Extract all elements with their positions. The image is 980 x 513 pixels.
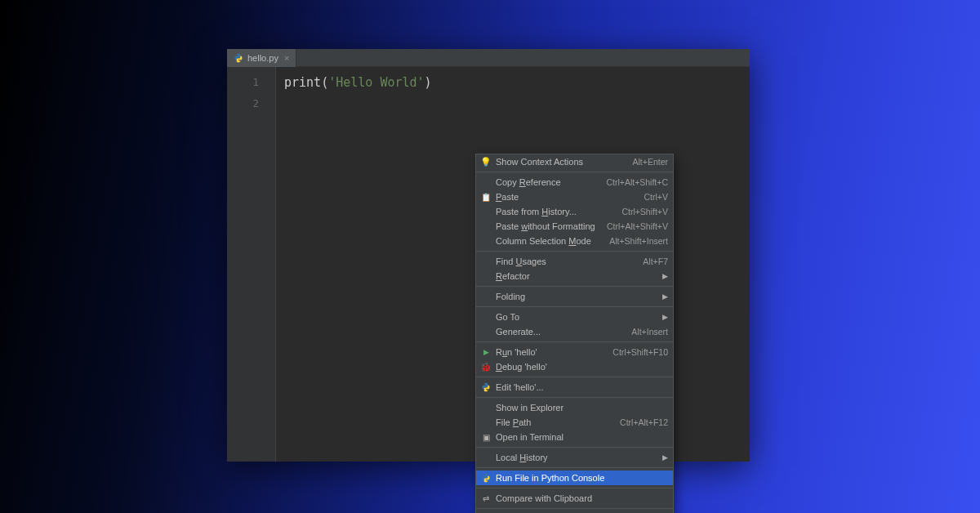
menu-item-debug-hello[interactable]: 🐞Debug 'hello' [476, 359, 673, 374]
menu-item-label: Find Usages [496, 256, 636, 266]
spacer [479, 235, 492, 247]
submenu-arrow-icon: ▶ [662, 272, 668, 280]
menu-item-go-to[interactable]: Go To▶ [476, 310, 673, 324]
line-number: 2 [227, 93, 275, 114]
menu-item-label: Debug 'hello' [496, 362, 668, 372]
menu-separator [476, 251, 673, 252]
line-number-gutter: 1 2 [227, 67, 276, 462]
tab-bar: hello.py × [227, 49, 750, 67]
menu-separator [476, 467, 673, 468]
spacer [479, 402, 492, 413]
menu-item-open-in-terminal[interactable]: ▣Open in Terminal [476, 430, 673, 444]
menu-item-label: Run 'hello' [496, 347, 606, 357]
menu-shortcut: Alt+Insert [631, 327, 668, 337]
menu-separator [476, 341, 673, 342]
menu-item-label: Generate... [496, 327, 625, 337]
menu-item-folding[interactable]: Folding▶ [476, 289, 673, 304]
terminal-icon: ▣ [479, 431, 492, 443]
menu-item-edit-hello[interactable]: Edit 'hello'... [476, 380, 673, 395]
spacer [479, 270, 492, 282]
menu-item-show-in-explorer[interactable]: Show in Explorer [476, 400, 673, 415]
menu-shortcut: Ctrl+Alt+Shift+C [606, 177, 668, 187]
menu-separator [476, 508, 673, 509]
spacer [479, 452, 492, 463]
menu-item-label: File Path [496, 417, 613, 427]
menu-separator [476, 286, 673, 287]
menu-item-find-usages[interactable]: Find UsagesAlt+F7 [476, 254, 673, 269]
menu-item-label: Edit 'hello'... [496, 382, 668, 392]
menu-shortcut: Ctrl+V [644, 192, 668, 202]
menu-shortcut: Ctrl+Alt+Shift+V [607, 221, 668, 231]
context-menu: 💡Show Context ActionsAlt+EnterCopy Refer… [475, 154, 674, 513]
menu-separator [476, 377, 673, 377]
code-token-string: 'Hello World' [328, 75, 424, 90]
spacer [479, 291, 492, 302]
tab-close-icon[interactable]: × [284, 53, 289, 63]
submenu-arrow-icon: ▶ [662, 292, 668, 301]
spacer [479, 326, 492, 337]
menu-item-compare-with-clipboard[interactable]: ⇄Compare with Clipboard [476, 491, 673, 506]
python-icon [479, 472, 492, 484]
menu-item-label: Local History [496, 453, 662, 462]
code-token-paren: ) [425, 75, 432, 90]
code-token-func: print [284, 75, 321, 90]
menu-item-label: Run File in Python Console [496, 473, 668, 483]
submenu-arrow-icon: ▶ [662, 313, 668, 321]
code-line: print('Hello World') [284, 72, 750, 93]
menu-shortcut: Alt+F7 [643, 256, 668, 266]
spacer [479, 417, 492, 428]
code-token-paren: ( [321, 75, 328, 90]
menu-separator [476, 172, 673, 172]
menu-item-label: Copy Reference [496, 177, 599, 187]
debug-icon: 🐞 [479, 361, 492, 372]
menu-item-label: Show Context Actions [496, 157, 626, 167]
menu-separator [476, 447, 673, 448]
menu-shortcut: Ctrl+Alt+F12 [620, 417, 668, 427]
spacer [479, 221, 492, 232]
menu-shortcut: Alt+Shift+Insert [609, 236, 668, 246]
code-line [284, 93, 750, 114]
run-icon: ▶ [479, 346, 492, 358]
menu-separator [476, 488, 673, 488]
menu-item-label: Column Selection Mode [496, 236, 603, 246]
menu-shortcut: Ctrl+Shift+V [621, 207, 668, 216]
menu-item-label: Folding [496, 292, 662, 301]
menu-separator [476, 306, 673, 307]
spacer [479, 176, 492, 188]
menu-item-local-history[interactable]: Local History▶ [476, 450, 673, 465]
menu-item-copy-reference[interactable]: Copy ReferenceCtrl+Alt+Shift+C [476, 175, 673, 190]
menu-item-label: Paste from History... [496, 207, 615, 216]
tab-filename: hello.py [247, 53, 278, 63]
lightbulb-icon: 💡 [479, 156, 492, 167]
menu-item-run-hello[interactable]: ▶Run 'hello'Ctrl+Shift+F10 [476, 345, 673, 359]
spacer [479, 256, 492, 267]
menu-item-paste-from-history[interactable]: Paste from History...Ctrl+Shift+V [476, 204, 673, 219]
menu-item-show-context-actions[interactable]: 💡Show Context ActionsAlt+Enter [476, 154, 673, 169]
compare-icon: ⇄ [479, 493, 492, 504]
menu-item-file-path[interactable]: File PathCtrl+Alt+F12 [476, 415, 673, 430]
spacer [479, 206, 492, 217]
clipboard-icon: 📋 [479, 191, 492, 203]
menu-item-refactor[interactable]: Refactor▶ [476, 269, 673, 283]
python-icon [479, 381, 492, 393]
menu-item-label: Show in Explorer [496, 403, 668, 413]
line-number: 1 [227, 72, 275, 93]
menu-item-run-file-in-python-console[interactable]: Run File in Python Console [476, 471, 673, 485]
menu-item-label: Open in Terminal [496, 432, 668, 442]
menu-item-column-selection-mode[interactable]: Column Selection ModeAlt+Shift+Insert [476, 234, 673, 248]
python-file-icon [234, 53, 243, 63]
submenu-arrow-icon: ▶ [662, 453, 668, 462]
file-tab[interactable]: hello.py × [227, 49, 296, 67]
menu-item-paste-without-formatting[interactable]: Paste without FormattingCtrl+Alt+Shift+V [476, 219, 673, 234]
menu-item-label: Paste [496, 192, 638, 202]
menu-item-paste[interactable]: 📋PasteCtrl+V [476, 190, 673, 204]
menu-shortcut: Ctrl+Shift+F10 [612, 347, 668, 357]
menu-item-label: Paste without Formatting [496, 221, 600, 231]
menu-separator [476, 397, 673, 398]
menu-item-generate[interactable]: Generate...Alt+Insert [476, 324, 673, 339]
spacer [479, 311, 492, 323]
menu-item-label: Refactor [496, 271, 662, 281]
menu-shortcut: Alt+Enter [633, 157, 668, 167]
menu-item-label: Go To [496, 312, 662, 322]
menu-item-label: Compare with Clipboard [496, 493, 668, 503]
